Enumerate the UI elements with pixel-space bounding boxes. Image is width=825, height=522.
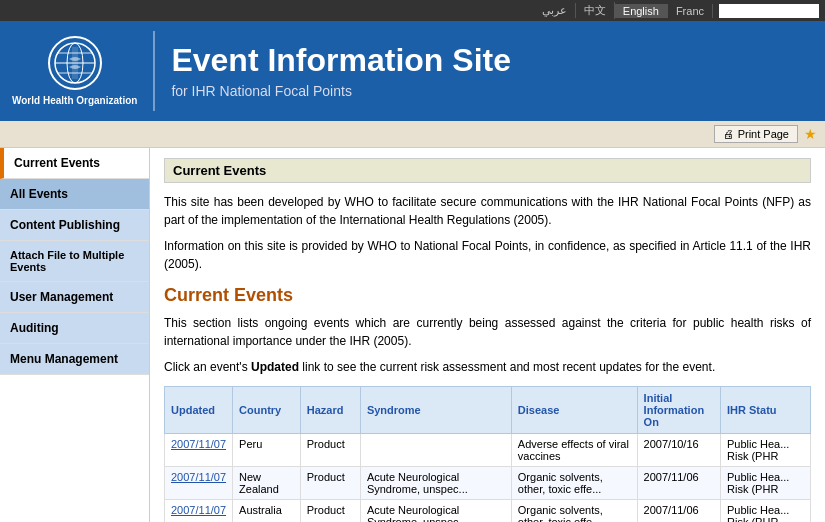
lang-arabic[interactable]: عربي [534, 3, 576, 18]
page-title: Current Events [164, 158, 811, 183]
intro-paragraph-1: This site has been developed by WHO to f… [164, 193, 811, 229]
cell-initial-info: 2007/10/16 [637, 434, 720, 467]
lang-english[interactable]: English [615, 4, 668, 18]
sidebar-item-attach-file[interactable]: Attach File to Multiple Events [0, 241, 149, 282]
col-country: Country [233, 387, 301, 434]
desc-paragraph-1: This section lists ongoing events which … [164, 314, 811, 350]
star-icon[interactable]: ★ [804, 126, 817, 142]
updated-bold: Updated [251, 360, 299, 374]
cell-disease: Adverse effects of viral vaccines [511, 434, 637, 467]
site-subtitle: for IHR National Focal Points [171, 83, 511, 99]
who-logo [48, 36, 102, 90]
table-row: 2007/11/07 New Zealand Product Acute Neu… [165, 467, 811, 500]
sidebar-item-user-management[interactable]: User Management [0, 282, 149, 313]
cell-disease: Organic solvents, other, toxic effe... [511, 467, 637, 500]
col-disease: Disease [511, 387, 637, 434]
cell-hazard: Product [300, 467, 360, 500]
main-layout: Current Events All Events Content Publis… [0, 148, 825, 522]
cell-syndrome [360, 434, 511, 467]
cell-syndrome: Acute Neurological Syndrome, unspec... [360, 467, 511, 500]
intro-paragraph-2: Information on this site is provided by … [164, 237, 811, 273]
printer-icon: 🖨 [723, 128, 734, 140]
cell-syndrome: Acute Neurological Syndrome, unspec... [360, 500, 511, 523]
cell-initial-info: 2007/11/06 [637, 467, 720, 500]
events-table: Updated Country Hazard Syndrome Disease … [164, 386, 811, 522]
cell-country: Australia [233, 500, 301, 523]
lang-french[interactable]: Franc [668, 4, 713, 18]
site-header: World Health Organization Event Informat… [0, 21, 825, 121]
cell-initial-info: 2007/11/06 [637, 500, 720, 523]
cell-updated[interactable]: 2007/11/07 [165, 434, 233, 467]
table-row: 2007/11/07 Australia Product Acute Neuro… [165, 500, 811, 523]
cell-ihr-status: Public Hea... Risk (PHR [721, 434, 811, 467]
desc-paragraph-2: Click an event's Updated link to see the… [164, 358, 811, 376]
cell-updated[interactable]: 2007/11/07 [165, 467, 233, 500]
cell-ihr-status: Public Hea... Risk (PHR [721, 467, 811, 500]
cell-hazard: Product [300, 434, 360, 467]
logo-section: World Health Organization [12, 36, 137, 107]
sidebar-item-content-publishing[interactable]: Content Publishing [0, 210, 149, 241]
print-label: Print Page [738, 128, 789, 140]
svg-rect-5 [72, 47, 78, 79]
sidebar-item-auditing[interactable]: Auditing [0, 313, 149, 344]
search-input[interactable] [719, 4, 819, 18]
cell-ihr-status: Public Hea... Risk (PHR [721, 500, 811, 523]
col-ihr-status: IHR Statu [721, 387, 811, 434]
col-updated: Updated [165, 387, 233, 434]
cell-country: Peru [233, 434, 301, 467]
sidebar-item-all-events[interactable]: All Events [0, 179, 149, 210]
sidebar-item-current-events[interactable]: Current Events [0, 148, 149, 179]
cell-updated[interactable]: 2007/11/07 [165, 500, 233, 523]
site-title: Event Information Site [171, 43, 511, 78]
lang-chinese[interactable]: 中文 [576, 2, 615, 19]
print-bar: 🖨 Print Page ★ [0, 121, 825, 148]
cell-hazard: Product [300, 500, 360, 523]
sidebar-item-menu-management[interactable]: Menu Management [0, 344, 149, 375]
who-name: World Health Organization [12, 94, 137, 107]
sidebar: Current Events All Events Content Publis… [0, 148, 150, 522]
table-row: 2007/11/07 Peru Product Adverse effects … [165, 434, 811, 467]
cell-disease: Organic solvents, other, toxic effe... [511, 500, 637, 523]
site-title-section: Event Information Site for IHR National … [171, 43, 511, 98]
cell-country: New Zealand [233, 467, 301, 500]
header-divider [153, 31, 155, 111]
print-button[interactable]: 🖨 Print Page [714, 125, 798, 143]
col-syndrome: Syndrome [360, 387, 511, 434]
col-hazard: Hazard [300, 387, 360, 434]
content-area: Current Events This site has been develo… [150, 148, 825, 522]
language-bar: عربي 中文 English Franc [0, 0, 825, 21]
col-initial-info: InitialInformation On [637, 387, 720, 434]
section-heading: Current Events [164, 285, 811, 306]
